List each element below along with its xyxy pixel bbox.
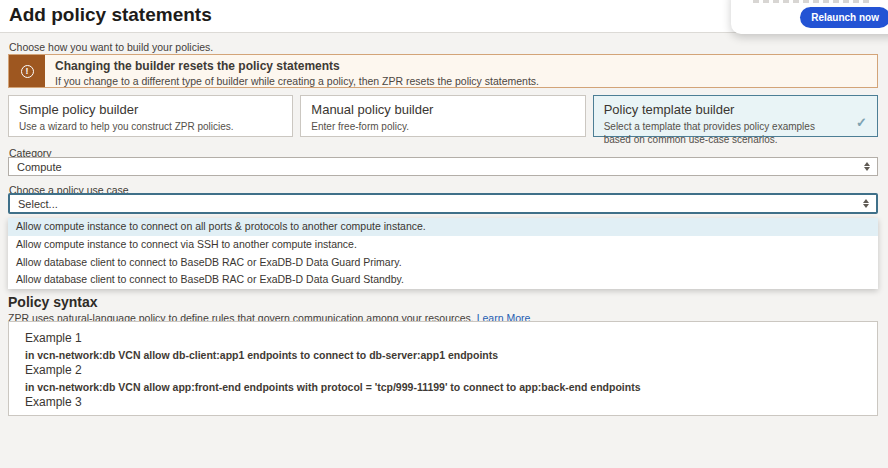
category-select[interactable]: Compute [8,157,878,176]
card-description: Select a template that provides policy e… [604,120,867,146]
example-label: Example 3 [25,395,861,409]
page-title: Add policy statements [9,4,212,26]
warning-icon-box: ! [9,55,45,87]
example-label: Example 2 [25,363,861,377]
use-case-option[interactable]: Allow compute instance to connect via SS… [8,236,878,254]
card-manual-policy-builder[interactable]: Manual policy builder Enter free-form po… [300,95,585,137]
alert-circle-icon: ! [21,65,34,78]
policy-syntax-heading: Policy syntax [8,294,98,310]
card-description: Enter free-form policy. [311,120,574,133]
popup-truncated-text [753,0,871,3]
use-case-option[interactable]: Allow database client to connect to Base… [8,254,878,272]
example-statement: in vcn-network:db VCN allow app:front-en… [25,413,861,416]
warning-text: Changing the builder resets the policy s… [45,55,549,87]
selected-check-icon: ✓ [856,115,867,130]
card-title: Policy template builder [604,102,867,117]
card-title: Manual policy builder [311,102,574,117]
chevron-up-icon [864,162,870,166]
example-statement: in vcn-network:db VCN allow app:front-en… [25,381,861,393]
chevron-down-icon [863,204,869,208]
card-description: Use a wizard to help you construct ZPR p… [19,120,282,133]
builder-reset-warning-banner: ! Changing the builder resets the policy… [8,54,878,88]
warning-body: If you change to a different type of bui… [55,75,539,87]
use-case-option[interactable]: Allow database client to connect to Base… [8,271,878,289]
use-case-select[interactable]: Select... [8,193,878,214]
select-stepper-icon[interactable] [856,199,876,208]
policy-examples-panel: Example 1 in vcn-network:db VCN allow db… [8,321,878,416]
use-case-select-value: Select... [10,198,856,210]
card-title: Simple policy builder [19,102,282,117]
example-label: Example 1 [25,331,861,345]
builder-cards-row: Simple policy builder Use a wizard to he… [8,95,878,137]
select-stepper-icon[interactable] [857,162,877,171]
card-policy-template-builder[interactable]: Policy template builder Select a templat… [593,95,878,137]
use-case-options-panel: Allow compute instance to connect on all… [8,218,878,289]
category-select-value: Compute [9,161,857,173]
card-simple-policy-builder[interactable]: Simple policy builder Use a wizard to he… [8,95,293,137]
chevron-down-icon [864,167,870,171]
relaunch-now-button[interactable]: Relaunch now [800,7,888,28]
use-case-option[interactable]: Allow compute instance to connect on all… [8,218,878,236]
relaunch-popup: Relaunch now [731,0,888,34]
warning-title: Changing the builder resets the policy s… [55,59,539,73]
chevron-up-icon [863,199,869,203]
intro-text: Choose how you want to build your polici… [9,41,213,53]
add-policy-statements-page: Add policy statements Choose how you wan… [0,0,888,468]
example-statement: in vcn-network:db VCN allow db-client:ap… [25,349,861,361]
